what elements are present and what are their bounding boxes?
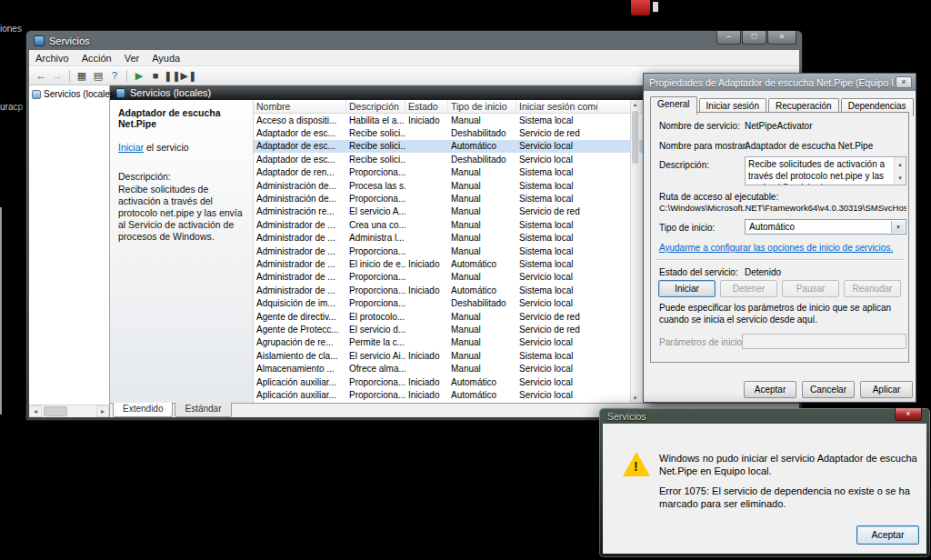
stop-service-icon[interactable]: ■ [147,67,164,85]
start-service-suffix: el servicio [144,142,189,153]
restart-service-icon[interactable]: ▶❚ [180,67,196,85]
tab-extendido[interactable]: Extendido [113,403,173,417]
error-dialog-titlebar[interactable]: Servicios [603,408,926,424]
menu-ayuda[interactable]: Ayuda [145,51,186,65]
service-name-cell: Adaptador de ren... [254,167,346,177]
pause-service-icon[interactable]: ❚❚ [164,67,180,85]
service-name-cell: Adaptador de esc... [254,141,346,151]
menu-ver[interactable]: Ver [118,51,146,65]
description-scrollbar[interactable]: ▴ ▾ [894,157,906,185]
services-window-icon [34,35,45,46]
service-name-cell: Aplicación auxiliar... [254,390,346,400]
description-field[interactable]: Recibe solicitudes de activación a travé… [745,156,906,185]
selected-service-title: Adaptador de escucha Net.Pipe [118,107,245,129]
background-window-edge [0,207,2,415]
desktop: iones uracp Servicios – □ × ArchivoAcció… [0,0,931,560]
services-node-icon [32,90,41,99]
service-control-buttons: IniciarDetenerPausarReanudar [658,280,901,297]
service-description-cell: Proporciona... [346,298,405,308]
window-titlebar[interactable]: Servicios [26,31,802,50]
scroll-down-icon[interactable]: ▾ [898,172,902,184]
list-vertical-scrollbar[interactable]: ▴ ▾ [630,100,639,403]
column-header-nombre[interactable]: Nombre [254,100,346,113]
banner-title: Servicios (locales) [130,87,211,98]
scroll-up-icon[interactable]: ▴ [898,158,902,170]
error-close-button[interactable]: × [895,408,922,421]
tree-item-servicios-locales[interactable]: Servicios (locales) [29,85,109,101]
general-tab-page: Nombre de servicio: NetPipeActivator Nom… [650,112,909,363]
scroll-left-icon[interactable]: ◂ [29,405,42,417]
menu-archivo[interactable]: Archivo [29,51,75,65]
stop-service-button[interactable]: Detener [720,280,777,297]
scroll-track[interactable] [631,109,639,394]
service-logon-cell: Servicio local [516,298,598,308]
cancel-button[interactable]: Cancelar [802,381,855,398]
service-name-cell: Adaptador de esc... [254,128,346,138]
resume-service-button[interactable]: Reanudar [844,280,901,297]
apply-button[interactable]: Aplicar [860,381,913,398]
startup-options-help-link[interactable]: Ayudarme a configurar las opciones de in… [659,243,893,253]
column-header-iniciar-sesion[interactable]: Iniciar sesión como [516,100,598,113]
maximize-button[interactable]: □ [742,31,766,45]
service-logon-cell: Sistema local [516,233,598,243]
tab-estandar[interactable]: Estándar [175,403,231,417]
service-name-cell: Administrador de ... [254,272,346,282]
column-header-descripcion[interactable]: Descripción [346,100,405,113]
close-button[interactable]: × [767,31,796,45]
chevron-down-icon[interactable]: ▾ [891,221,905,233]
pause-service-button[interactable]: Pausar [782,280,839,297]
start-service-button[interactable]: Iniciar [658,280,716,297]
error-message: Windows no pudo iniciar el servicio Adap… [659,452,926,477]
service-name-cell: Aplicación auxiliar... [254,377,346,387]
menu-accion[interactable]: Acción [75,51,118,65]
back-icon[interactable]: ← [33,67,49,85]
service-name-cell: Acceso a dispositi... [254,115,346,125]
service-logon-cell: Servicio local [516,337,598,347]
background-text-fragment: uracp [0,102,23,112]
start-service-icon[interactable]: ▶ [131,67,147,85]
service-startup-cell: Manual [448,351,516,361]
service-name-cell: Administración re... [254,206,346,216]
service-description-cell: Administra l... [346,233,405,243]
service-name-cell: Administrador de ... [254,259,346,269]
service-logon-cell: Servicio de red [516,312,598,322]
tree-horizontal-scrollbar[interactable]: ◂ ▸ [29,405,109,417]
service-state-cell: Iniciado [405,377,448,387]
scroll-up-icon[interactable]: ▴ [631,100,639,109]
minimize-button[interactable]: – [716,31,741,45]
startup-type-label: Tipo de inicio: [659,223,715,233]
service-name-cell: Administrador de ... [254,233,346,243]
service-startup-cell: Deshabilitado [448,128,516,138]
scroll-track[interactable] [42,405,96,417]
help-icon[interactable]: ? [106,67,123,85]
dialog-close-button[interactable]: × [896,76,912,88]
service-description-cell: Recibe solici... [346,155,405,165]
service-description-cell: Permite la c... [346,337,405,347]
column-header-estado[interactable]: Estado [405,100,448,113]
start-service-link[interactable]: Iniciar [118,142,144,153]
service-logon-cell: Sistema local [516,167,598,177]
column-header-tipo-inicio[interactable]: Tipo de inicio [448,100,516,113]
accept-button[interactable]: Aceptar [744,381,796,398]
service-logon-cell: Sistema local [516,220,598,230]
startup-type-dropdown[interactable]: Automático ▾ [745,219,906,235]
tab-general[interactable]: General [650,96,697,115]
tree-item-label: Servicios (locales) [44,89,117,99]
scroll-thumb[interactable] [632,111,638,164]
scroll-down-icon[interactable]: ▾ [631,394,639,403]
service-description-cell: Proporciona... [346,272,405,282]
service-name-cell: Administrador de ... [254,220,346,230]
scroll-thumb[interactable] [44,406,67,416]
show-console-tree-icon[interactable]: ▦ [74,67,90,85]
scroll-right-icon[interactable]: ▸ [96,405,109,417]
description-label: Descripción: [118,171,245,182]
export-list-icon[interactable]: ▤ [90,67,106,85]
forward-icon[interactable]: → [49,67,65,85]
error-accept-button[interactable]: Aceptar [856,525,919,545]
service-startup-cell: Manual [448,220,516,230]
console-tree-panel: Servicios (locales) ◂ ▸ [29,85,110,417]
service-description-cell: Recibe solici... [346,141,405,151]
service-name-label: Nombre de servicio: [659,121,740,131]
dialog-titlebar[interactable]: Propiedades de Adaptador de escucha Net.… [644,74,916,91]
service-startup-cell: Manual [448,272,516,282]
